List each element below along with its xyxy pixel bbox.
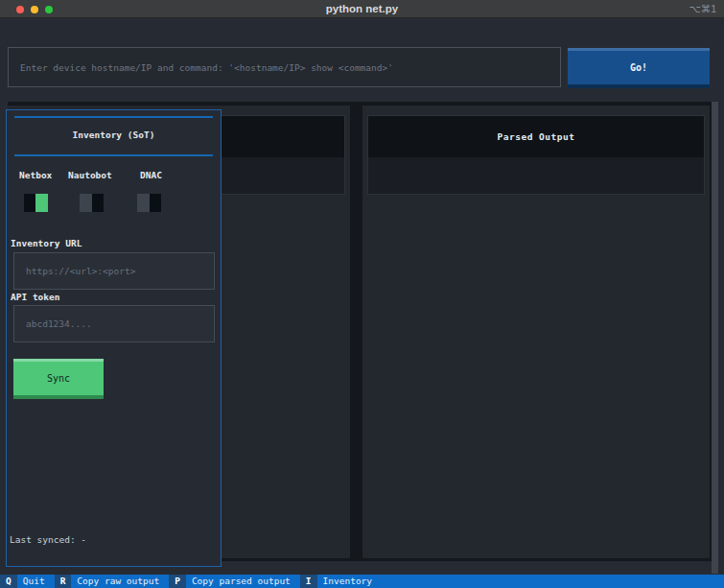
- command-input-box: [8, 47, 561, 87]
- footer-key-copy-parsed[interactable]: P: [169, 575, 186, 588]
- dnac-toggle-switch[interactable]: [137, 194, 161, 212]
- footer-action-copy-parsed[interactable]: Copy parsed output: [186, 575, 300, 588]
- last-synced-status: Last synced: -: [10, 534, 86, 545]
- app-window: { "colors": { "accent_blue": "#1e61a9", …: [0, 0, 724, 588]
- go-button[interactable]: Go!: [568, 48, 710, 88]
- inventory-url-field-box: [13, 252, 215, 290]
- inventory-url-input[interactable]: [14, 253, 214, 289]
- dialog-rule-bottom: [14, 154, 213, 156]
- api-token-label: API token: [11, 292, 59, 302]
- footer-keybindings: Q Quit R Copy raw output P Copy parsed o…: [0, 575, 724, 588]
- parsed-output-headbox: Parsed Output: [367, 115, 705, 195]
- inventory-dialog-title: Inventory (SoT): [7, 129, 221, 140]
- nautobot-label: Nautobot: [68, 170, 112, 180]
- sync-button[interactable]: Sync: [13, 359, 104, 399]
- parsed-output-panel: Parsed Output: [362, 106, 710, 558]
- api-token-input[interactable]: [14, 306, 214, 341]
- command-input[interactable]: [9, 48, 560, 86]
- footer-key-quit[interactable]: Q: [0, 575, 17, 588]
- parsed-output-title: Parsed Output: [368, 116, 704, 157]
- footer-key-copy-raw[interactable]: R: [55, 575, 72, 588]
- parsed-output-log: [368, 157, 704, 194]
- switch-knob: [80, 194, 92, 212]
- window-titlebar: python net.py ⌥⌘1: [0, 0, 724, 18]
- switch-knob: [35, 194, 48, 212]
- window-shortcut-hint: ⌥⌘1: [689, 0, 716, 18]
- window-title: python net.py: [0, 0, 724, 18]
- api-token-field-box: [13, 305, 215, 342]
- netbox-toggle-switch[interactable]: [24, 194, 48, 212]
- footer-action-inventory[interactable]: Inventory: [317, 575, 382, 588]
- footer-key-inventory[interactable]: I: [300, 575, 317, 588]
- inventory-url-label: Inventory URL: [11, 238, 82, 248]
- switch-knob: [137, 194, 150, 212]
- dialog-rule-top: [14, 116, 213, 118]
- nautobot-toggle-switch[interactable]: [80, 194, 104, 212]
- vertical-scrollbar[interactable]: [712, 102, 718, 574]
- netbox-label: Netbox: [19, 170, 52, 180]
- dnac-label: DNAC: [140, 170, 162, 180]
- inventory-dialog: Inventory (SoT) Netbox Nautobot DNAC Inv…: [6, 109, 222, 567]
- footer-action-copy-raw[interactable]: Copy raw output: [71, 575, 169, 588]
- footer-action-quit[interactable]: Quit: [17, 575, 55, 588]
